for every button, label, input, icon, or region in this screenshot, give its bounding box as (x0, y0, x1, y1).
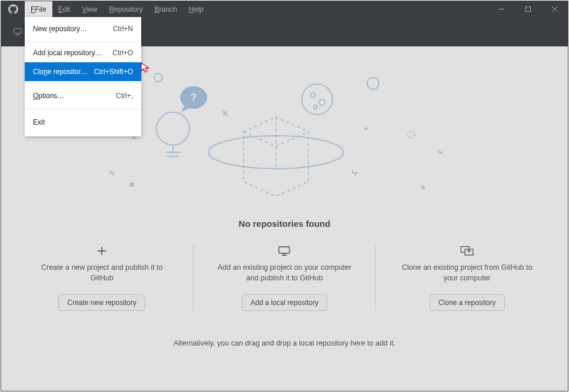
window-controls (488, 1, 568, 17)
card-clone-repo: Clone an existing project from GitHub to… (375, 245, 558, 311)
menu-edit[interactable]: Edit (52, 1, 76, 17)
menu-options[interactable]: Options… Ctrl+, (25, 84, 141, 108)
menu-file[interactable]: FFileFile (25, 1, 52, 17)
menu-separator (25, 42, 141, 42)
card-add-desc: Add an existing project on your computer… (217, 263, 352, 284)
svg-point-12 (157, 112, 189, 145)
svg-text:?: ? (190, 92, 197, 103)
menu-exit[interactable]: Exit (25, 110, 141, 134)
svg-point-10 (421, 186, 425, 189)
cursor-pointer-icon (139, 62, 151, 73)
clone-icon (460, 245, 475, 257)
clone-repo-button[interactable]: Clone a repository (430, 294, 504, 311)
svg-point-11 (408, 131, 415, 138)
file-menu-dropdown: New repository… Ctrl+N Add local reposit… (25, 17, 141, 136)
menu-help[interactable]: Help (183, 1, 209, 17)
menu-clone-repository[interactable]: Clone repositor… Ctrl+Shift+O (25, 62, 141, 81)
menu-repository[interactable]: Repository (103, 1, 148, 17)
menu-separator (25, 109, 141, 109)
maximize-button[interactable] (515, 1, 541, 17)
empty-state-heading: No repositories found (239, 219, 331, 229)
monitor-icon (13, 27, 22, 36)
minimize-button[interactable] (488, 1, 515, 17)
svg-point-9 (129, 182, 134, 187)
svg-point-20 (319, 99, 325, 105)
menu-separator (25, 82, 141, 83)
menu-add-local-repository[interactable]: Add local repository… Ctrl+O (25, 43, 141, 62)
menu-branch[interactable]: Branch (149, 1, 183, 17)
card-add-local: Add an existing project on your computer… (193, 245, 375, 311)
svg-rect-1 (526, 7, 531, 12)
card-create-repo: Create a new project and publish it to G… (11, 245, 193, 311)
plus-icon (94, 245, 109, 257)
titlebar: FFileFile Edit View Repository Branch He… (1, 1, 568, 17)
create-repo-button[interactable]: Create new repository (58, 294, 145, 311)
drag-drop-hint: Alternatively, you can drag and drop a l… (174, 339, 395, 347)
add-local-repo-button[interactable]: Add a local repository (242, 294, 327, 311)
menu-new-repository[interactable]: New repository… Ctrl+N (25, 17, 141, 41)
svg-point-8 (367, 78, 379, 89)
svg-point-7 (154, 73, 162, 82)
window: FFileFile Edit View Repository Branch He… (1, 1, 568, 391)
card-clone-desc: Clone an existing project from GitHub to… (400, 263, 534, 284)
menu-view[interactable]: View (76, 1, 103, 17)
svg-point-19 (311, 93, 315, 98)
svg-point-21 (314, 105, 317, 109)
menubar: FFileFile Edit View Repository Branch He… (25, 1, 209, 17)
action-cards: Create a new project and publish it to G… (11, 245, 558, 311)
svg-rect-4 (14, 29, 21, 33)
close-button[interactable] (541, 1, 568, 17)
empty-state-illustration: ? (97, 55, 473, 214)
card-create-desc: Create a new project and publish it to G… (35, 263, 169, 284)
monitor-icon (277, 245, 292, 257)
svg-point-18 (302, 84, 332, 115)
svg-rect-25 (279, 247, 290, 253)
github-logo-icon (1, 4, 25, 14)
